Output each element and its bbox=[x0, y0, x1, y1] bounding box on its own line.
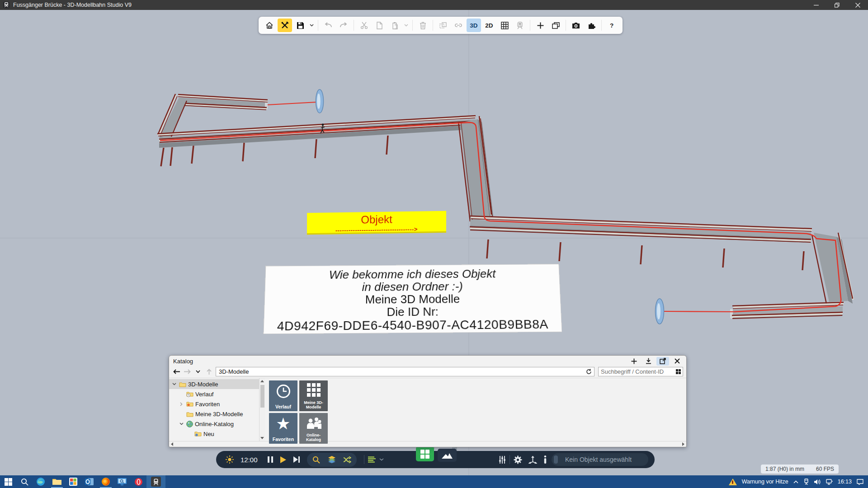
tree-item-neu[interactable]: Neu bbox=[169, 429, 259, 439]
katalog-close-button[interactable] bbox=[671, 357, 684, 366]
portal-lens-bottom[interactable] bbox=[656, 299, 664, 324]
opera-icon[interactable] bbox=[130, 475, 146, 488]
katalog-history-chevron-icon[interactable] bbox=[194, 370, 202, 373]
train-view-button[interactable] bbox=[513, 19, 527, 32]
scroll-right-arrow[interactable] bbox=[682, 442, 684, 446]
taskbar-search-icon[interactable] bbox=[16, 475, 33, 488]
camera-button[interactable] bbox=[569, 19, 583, 32]
start-button[interactable] bbox=[0, 475, 16, 488]
katalog-content: Verlauf Meine 3D-Modelle ★ Favoriten Onl… bbox=[265, 378, 686, 441]
katalog-search-input[interactable] bbox=[599, 368, 676, 375]
view-3d-button[interactable]: 3D bbox=[467, 19, 481, 32]
tree-item-online-katalog[interactable]: Online-Katalog bbox=[169, 419, 259, 429]
help-button[interactable]: ? bbox=[604, 19, 619, 32]
event-list-icon[interactable] bbox=[368, 456, 376, 463]
katalog-search-field[interactable] bbox=[598, 367, 683, 376]
file-explorer-icon[interactable] bbox=[49, 475, 65, 488]
katalog-up-button[interactable] bbox=[205, 369, 213, 375]
network-icon[interactable] bbox=[826, 479, 833, 485]
skip-to-end-button[interactable] bbox=[293, 456, 300, 463]
tree-item-3d-modelle[interactable]: 3D-Modelle bbox=[169, 379, 259, 389]
minimize-icon[interactable] bbox=[806, 0, 826, 10]
copy-button[interactable] bbox=[372, 19, 387, 32]
edge-icon[interactable] bbox=[33, 475, 49, 488]
layers-icon[interactable] bbox=[325, 456, 339, 463]
scroll-up-arrow[interactable] bbox=[260, 380, 264, 382]
katalog-hscrollbar[interactable] bbox=[169, 441, 686, 447]
shuffle-icon[interactable] bbox=[340, 456, 354, 463]
tile-verlauf[interactable]: Verlauf bbox=[269, 380, 297, 411]
objekt-sign[interactable]: Objekt ---------------------------------… bbox=[307, 211, 446, 235]
move-axes-icon[interactable] bbox=[528, 455, 537, 464]
save-menu-chevron-icon[interactable] bbox=[308, 19, 315, 32]
katalog-forward-button[interactable] bbox=[183, 369, 191, 374]
store-icon[interactable] bbox=[65, 475, 81, 488]
pause-button[interactable] bbox=[268, 456, 273, 463]
tray-chevron-up-icon[interactable] bbox=[793, 480, 798, 483]
tile-online-katalog[interactable]: Online-Katalog bbox=[299, 413, 328, 444]
scroll-thumb[interactable] bbox=[260, 385, 264, 408]
tree-item-verlauf[interactable]: Verlauf bbox=[169, 389, 259, 399]
paste-button[interactable] bbox=[387, 19, 402, 32]
scroll-down-arrow[interactable] bbox=[260, 437, 264, 439]
undo-button[interactable] bbox=[321, 19, 335, 32]
katalog-download-button[interactable] bbox=[642, 357, 655, 366]
tray-clock[interactable]: 16:13 bbox=[838, 479, 852, 485]
viewport-3d[interactable]: 3D 2D ? Objekt -------------------------… bbox=[0, 10, 868, 475]
speaker-icon[interactable] bbox=[814, 479, 821, 485]
katalog-add-button[interactable] bbox=[627, 357, 640, 366]
home-button[interactable] bbox=[262, 19, 277, 32]
chevron-down-icon[interactable] bbox=[178, 422, 184, 425]
refresh-icon[interactable] bbox=[586, 369, 592, 375]
app-train-icon bbox=[3, 2, 9, 8]
tree-item-top-bewertet[interactable]: Top bewertet bbox=[169, 439, 259, 441]
chevron-right-icon[interactable] bbox=[178, 402, 184, 406]
remote-screen-app-icon[interactable] bbox=[114, 475, 130, 488]
daylight-sun-icon[interactable] bbox=[225, 455, 234, 464]
plugin-button[interactable] bbox=[584, 19, 599, 32]
info-icon[interactable] bbox=[543, 455, 547, 464]
terrain-mode-button[interactable] bbox=[438, 449, 457, 462]
search-view-grid-icon[interactable] bbox=[676, 369, 681, 374]
tools-button[interactable] bbox=[278, 19, 292, 32]
tree-scrollbar[interactable] bbox=[259, 378, 265, 441]
close-icon[interactable] bbox=[847, 0, 868, 10]
outlook-icon[interactable] bbox=[81, 475, 98, 488]
add-object-button[interactable] bbox=[533, 19, 547, 32]
delete-button[interactable] bbox=[415, 19, 430, 32]
group-button[interactable] bbox=[436, 19, 450, 32]
simulation-clock[interactable]: 12:00 bbox=[241, 456, 258, 464]
portal-lens-top[interactable] bbox=[316, 89, 324, 113]
tree-item-favoriten[interactable]: Favoriten bbox=[169, 399, 259, 409]
notification-center-icon[interactable] bbox=[857, 479, 863, 485]
tile-favoriten[interactable]: ★ Favoriten bbox=[269, 413, 297, 444]
katalog-back-button[interactable] bbox=[172, 369, 180, 374]
katalog-path-input[interactable] bbox=[216, 368, 586, 375]
settings-gear-icon[interactable] bbox=[514, 455, 522, 464]
link-button[interactable] bbox=[451, 19, 466, 32]
play-button[interactable] bbox=[280, 456, 286, 463]
cut-button[interactable] bbox=[357, 19, 371, 32]
scroll-left-arrow[interactable] bbox=[171, 442, 173, 446]
redo-button[interactable] bbox=[336, 19, 351, 32]
layout-windows-button[interactable] bbox=[548, 19, 563, 32]
tree-item-meine-3d-modelle[interactable]: Meine 3D-Modelle bbox=[169, 409, 259, 419]
zoom-search-icon[interactable] bbox=[310, 456, 323, 464]
grid-view-button[interactable] bbox=[497, 19, 512, 32]
paste-menu-chevron-icon[interactable] bbox=[403, 19, 410, 32]
list-chevron-icon[interactable] bbox=[379, 458, 384, 461]
tile-meine-3d-modelle[interactable]: Meine 3D-Modelle bbox=[299, 380, 328, 411]
taskbar-modellbahn-studio[interactable] bbox=[146, 475, 165, 488]
filters-sliders-icon[interactable] bbox=[499, 456, 506, 464]
katalog-path-field[interactable] bbox=[216, 367, 594, 376]
question-note-plate[interactable]: Wie bekomme ich dieses Objekt in diesen … bbox=[263, 264, 562, 334]
usb-icon[interactable] bbox=[803, 479, 809, 485]
restore-icon[interactable] bbox=[826, 0, 847, 10]
chevron-down-icon[interactable] bbox=[171, 383, 177, 385]
firefox-icon[interactable] bbox=[98, 475, 114, 488]
katalog-popout-button[interactable] bbox=[656, 357, 669, 366]
view-2d-button[interactable]: 2D bbox=[482, 19, 496, 32]
heat-warning-icon[interactable] bbox=[729, 479, 737, 485]
catalog-mode-button[interactable] bbox=[416, 446, 434, 461]
save-button[interactable] bbox=[293, 19, 307, 32]
